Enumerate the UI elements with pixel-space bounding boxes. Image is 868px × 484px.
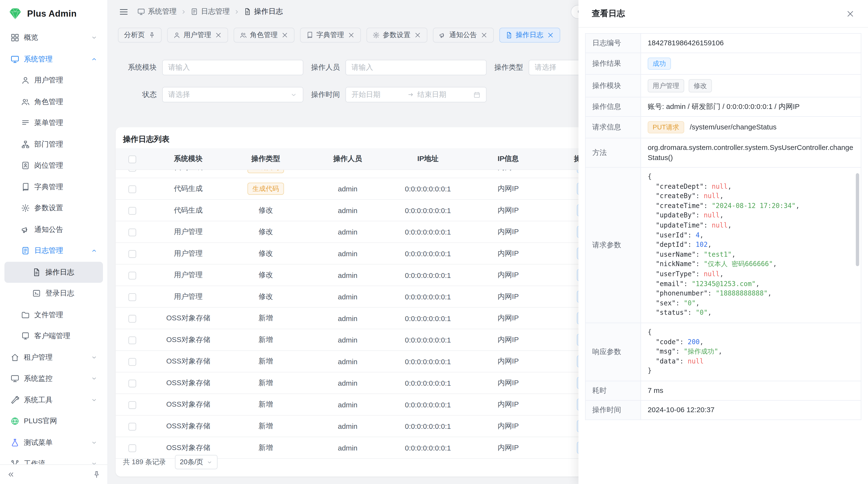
- sidebar-item-operation-log[interactable]: 操作日志: [4, 261, 103, 283]
- tab-analysis[interactable]: 分析页: [118, 28, 161, 42]
- sidebar-item-param-settings[interactable]: 参数设置: [4, 198, 103, 219]
- breadcrumb-separator-icon: [234, 9, 240, 15]
- breadcrumb-item-operation-log[interactable]: 操作日志: [244, 7, 283, 17]
- cell-module: OSS对象存储: [149, 394, 227, 416]
- cell-operation-type: 修改: [227, 286, 304, 308]
- json-line: }: [648, 366, 854, 376]
- chevron-down-icon: [91, 375, 98, 382]
- close-tab-icon[interactable]: [480, 31, 488, 39]
- sidebar-item-log-mgmt[interactable]: 日志管理: [4, 240, 103, 261]
- users-icon: [21, 97, 30, 106]
- filter-status-input[interactable]: 请选择: [162, 87, 303, 102]
- sidebar-item-test-menu[interactable]: 测试菜单: [4, 432, 103, 453]
- sidebar-item-dict-mgmt[interactable]: 字典管理: [4, 176, 103, 197]
- select-all-checkbox[interactable]: [128, 155, 136, 163]
- sidebar-item-login-log[interactable]: 登录日志: [4, 283, 103, 304]
- collapse-sidebar-icon[interactable]: [7, 471, 15, 479]
- sidebar-item-overview[interactable]: 概览: [4, 27, 103, 48]
- cell-operation-type: 新增: [227, 415, 304, 437]
- json-token: {: [648, 172, 652, 180]
- row-checkbox[interactable]: [128, 228, 136, 236]
- json-token: ,: [756, 280, 760, 288]
- close-tab-icon[interactable]: [347, 31, 355, 39]
- row-checkbox[interactable]: [128, 358, 136, 366]
- pin-icon[interactable]: [148, 31, 155, 39]
- json-token: ,: [773, 260, 777, 268]
- field-value-response-params: { "code": 200, "msg": "操作成功", "data": nu…: [641, 323, 861, 381]
- close-tab-icon[interactable]: [215, 31, 222, 39]
- sidebar-item-label: 菜单管理: [34, 118, 97, 128]
- cell-ip-info: 内网IP: [464, 437, 552, 459]
- sidebar-item-role-mgmt[interactable]: 角色管理: [4, 91, 103, 112]
- cell-ip-info: 内网IP: [464, 415, 552, 437]
- row-checkbox[interactable]: [128, 315, 136, 323]
- filter-operator-input[interactable]: 请输入: [345, 60, 487, 75]
- field-label: 日志编号: [585, 33, 641, 53]
- breadcrumb-item-log-mgmt[interactable]: 日志管理: [190, 7, 230, 17]
- cell-ip-info: 内网IP: [464, 243, 552, 264]
- json-code-block: { "code": 200, "msg": "操作成功", "data": nu…: [648, 328, 854, 376]
- scrollbar-thumb[interactable]: [856, 173, 859, 266]
- sidebar-item-menu-mgmt[interactable]: 菜单管理: [4, 112, 103, 133]
- filter-system-module-input[interactable]: 请输入: [162, 60, 303, 75]
- row-checkbox[interactable]: [128, 272, 136, 279]
- row-checkbox[interactable]: [128, 293, 136, 301]
- tab-param-settings[interactable]: 参数设置: [366, 28, 427, 42]
- sidebar-item-workflow[interactable]: 工作流: [4, 453, 103, 464]
- json-token: :: [695, 212, 704, 219]
- close-icon[interactable]: [846, 9, 855, 18]
- tab-notice[interactable]: 通知公告: [433, 28, 494, 42]
- cell-ip-info: 内网IP: [464, 372, 552, 394]
- breadcrumb-item-system-mgmt[interactable]: 系统管理: [137, 7, 177, 17]
- row-checkbox[interactable]: [128, 336, 136, 344]
- app-logo[interactable]: Plus Admin: [0, 0, 107, 27]
- json-token: "deptId": [648, 241, 688, 249]
- json-line: "data": null: [648, 357, 854, 366]
- sidebar-item-tenant-mgmt[interactable]: 租户管理: [4, 347, 103, 368]
- row-checkbox[interactable]: [128, 207, 136, 215]
- megaphone-icon: [21, 225, 30, 234]
- json-token: :: [704, 202, 712, 210]
- close-tab-icon[interactable]: [414, 31, 421, 39]
- sidebar-item-user-mgmt[interactable]: 用户管理: [4, 70, 103, 91]
- json-token: null: [704, 212, 719, 219]
- row-checkbox[interactable]: [128, 250, 136, 258]
- row-checkbox[interactable]: [128, 170, 136, 171]
- close-tab-icon[interactable]: [547, 31, 554, 39]
- field-value-result: 成功: [641, 53, 861, 74]
- sidebar-item-post-mgmt[interactable]: 岗位管理: [4, 155, 103, 176]
- sidebar-item-label: 日志管理: [34, 246, 91, 256]
- json-code-block: { "createDept": null, "createBy": null, …: [648, 172, 854, 318]
- tab-dict-mgmt[interactable]: 字典管理: [300, 28, 361, 42]
- cell-ip-info: 内网IP: [464, 170, 552, 178]
- sidebar-item-dept-mgmt[interactable]: 部门管理: [4, 133, 103, 155]
- tab-role-mgmt[interactable]: 角色管理: [234, 28, 294, 42]
- menu-toggle-icon[interactable]: [119, 7, 128, 17]
- sidebar-item-plus-site[interactable]: PLUS官网: [4, 411, 103, 432]
- row-checkbox[interactable]: [128, 185, 136, 193]
- column-header: 操作类型: [227, 148, 304, 169]
- row-checkbox[interactable]: [128, 379, 136, 387]
- cell-ip-info: 内网IP: [464, 394, 552, 416]
- json-token: ,: [732, 251, 736, 258]
- page-size-select[interactable]: 20条/页: [175, 455, 218, 469]
- row-checkbox[interactable]: [128, 401, 136, 409]
- filter-operation-time-input[interactable]: 开始日期结束日期: [345, 87, 487, 102]
- cell-ip-info: 内网IP: [464, 178, 552, 200]
- sidebar-item-system-monitor[interactable]: 系统监控: [4, 368, 103, 389]
- pin-sidebar-icon[interactable]: [92, 471, 100, 479]
- json-token: "userId": [648, 231, 688, 239]
- row-checkbox[interactable]: [128, 423, 136, 430]
- sidebar-item-system-tools[interactable]: 系统工具: [4, 389, 103, 411]
- cell-ip-info: 内网IP: [464, 351, 552, 372]
- sidebar-item-file-mgmt[interactable]: 文件管理: [4, 304, 103, 325]
- tab-operation-log[interactable]: 操作日志: [499, 28, 560, 42]
- sidebar-item-system-mgmt[interactable]: 系统管理: [4, 49, 103, 70]
- row-checkbox[interactable]: [128, 444, 136, 452]
- sidebar-item-notice[interactable]: 通知公告: [4, 219, 103, 240]
- close-tab-icon[interactable]: [281, 31, 288, 39]
- tab-user-mgmt[interactable]: 用户管理: [167, 28, 228, 42]
- chevron-down-icon: [91, 397, 98, 404]
- sidebar-item-client-mgmt[interactable]: 客户端管理: [4, 325, 103, 347]
- json-token: "createBy": [648, 192, 695, 200]
